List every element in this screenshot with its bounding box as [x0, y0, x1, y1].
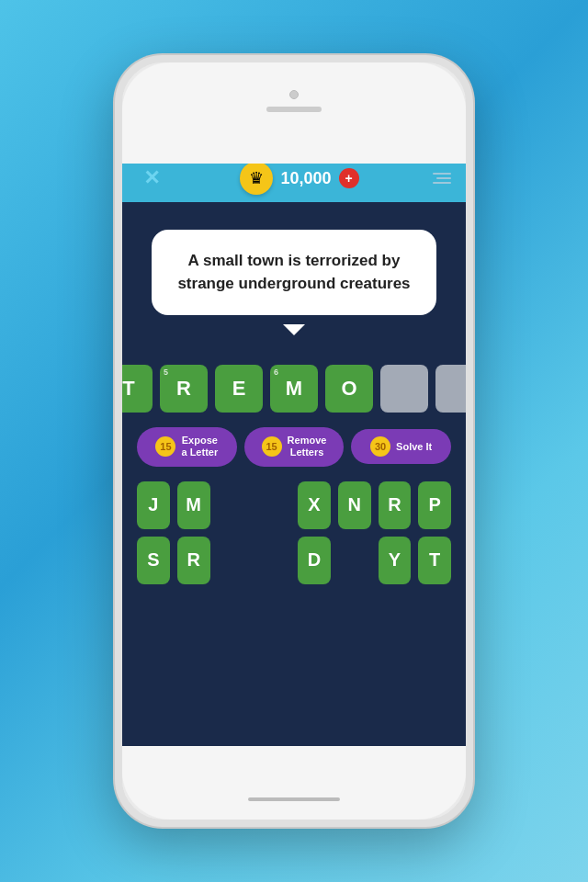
phone-top-bar	[122, 62, 466, 164]
speaker	[266, 107, 322, 112]
key-M[interactable]: M	[177, 481, 210, 529]
tile-num-1: 5	[164, 368, 168, 377]
remove-label: RemoveLetters	[288, 435, 327, 458]
key-empty-1	[218, 481, 251, 529]
crown-badge: ♛	[240, 162, 273, 195]
tile-letter-3: M	[286, 377, 302, 401]
key-S[interactable]: S	[137, 537, 170, 584]
key-row-1: J M X N R P	[137, 481, 451, 529]
answer-tile-4[interactable]: O	[325, 365, 373, 413]
tile-letter-1: R	[176, 377, 191, 401]
remove-letters-button[interactable]: 15 RemoveLetters	[244, 427, 345, 466]
answer-tiles-row: 4 T 5 R E 6 M O	[122, 365, 466, 413]
answer-tile-3[interactable]: 6 M	[270, 365, 318, 413]
clue-bubble: A small town is terrorized by strange un…	[152, 230, 436, 315]
score-display: 10,000	[280, 169, 331, 188]
phone-frame: ✕ ♛ 10,000 + A small town is terrorized …	[115, 55, 473, 827]
home-indicator	[248, 797, 340, 801]
expose-letter-button[interactable]: 15 Exposea Letter	[137, 427, 237, 466]
tile-letter-2: E	[232, 377, 246, 401]
phone-bottom-bar	[122, 746, 466, 820]
key-J[interactable]: J	[137, 481, 170, 529]
key-N[interactable]: N	[338, 481, 371, 529]
answer-tile-6[interactable]	[435, 365, 466, 413]
camera	[289, 90, 299, 99]
remove-cost: 15	[262, 436, 282, 457]
key-empty-4	[257, 537, 290, 584]
header-center: ♛ 10,000 +	[240, 162, 358, 195]
tile-letter-4: O	[341, 377, 356, 401]
add-coins-button[interactable]: +	[339, 168, 359, 188]
expose-cost: 15	[155, 436, 175, 457]
keyboard-area: J M X N R P S R D Y	[137, 481, 451, 584]
answer-tile-1[interactable]: 5 R	[160, 365, 208, 413]
solve-label: Solve It	[396, 441, 432, 453]
crown-icon: ♛	[249, 168, 264, 188]
key-P[interactable]: P	[418, 481, 451, 529]
answer-tile-2[interactable]: E	[215, 365, 263, 413]
solve-cost: 30	[370, 436, 390, 457]
solve-it-button[interactable]: 30 Solve It	[351, 429, 451, 464]
answer-tile-0[interactable]: 4 T	[122, 365, 153, 413]
key-empty-3	[218, 537, 251, 584]
key-X[interactable]: X	[298, 481, 331, 529]
app-content: ✕ ♛ 10,000 + A small town is terrorized …	[122, 154, 466, 753]
game-area: A small town is terrorized by strange un…	[122, 202, 466, 753]
tile-letter-0: T	[122, 377, 134, 401]
expose-label: Exposea Letter	[181, 435, 218, 458]
key-R[interactable]: R	[379, 481, 412, 529]
key-R2[interactable]: R	[177, 537, 210, 584]
tile-num-3: 6	[274, 368, 278, 377]
close-button[interactable]: ✕	[137, 166, 166, 190]
key-row-2: S R D Y T	[137, 537, 451, 584]
powerups-row: 15 Exposea Letter 15 RemoveLetters 30 So…	[137, 427, 451, 466]
key-empty-2	[257, 481, 290, 529]
key-D[interactable]: D	[298, 537, 331, 584]
answer-tile-5[interactable]	[380, 365, 428, 413]
menu-button[interactable]	[433, 173, 451, 184]
key-empty-5	[338, 537, 371, 584]
key-Y[interactable]: Y	[379, 537, 412, 584]
key-T[interactable]: T	[418, 537, 451, 584]
clue-text: A small town is terrorized by strange un…	[174, 250, 414, 295]
